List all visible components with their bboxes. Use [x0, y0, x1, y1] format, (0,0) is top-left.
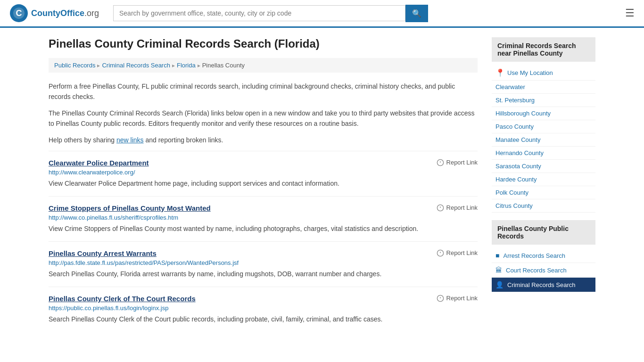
sidebar-public-records-title: Pinellas County Public Records: [492, 220, 595, 245]
result-title[interactable]: Pinellas County Arrest Warrants: [49, 249, 157, 257]
result-item: Crime Stoppers of Pinellas County Most W…: [49, 196, 478, 241]
report-link[interactable]: Report Link: [437, 249, 478, 257]
breadcrumb-criminal-records[interactable]: Criminal Records Search: [102, 62, 170, 69]
logo-area: C CountyOffice.org: [9, 4, 104, 23]
criminal-records-icon: 👤: [495, 281, 504, 288]
result-title[interactable]: Crime Stoppers of Pinellas County Most W…: [49, 204, 211, 212]
breadcrumb-public-records[interactable]: Public Records: [54, 62, 95, 69]
menu-icon[interactable]: ☰: [625, 7, 635, 19]
result-desc: Search Pinellas County Clerk of the Cour…: [49, 314, 478, 324]
breadcrumb: Public Records ▸ Criminal Records Search…: [49, 58, 478, 73]
flag-icon: [437, 249, 444, 257]
result-url[interactable]: http://www.co.pinellas.fl.us/sheriff/csp…: [49, 214, 478, 221]
report-link[interactable]: Report Link: [437, 204, 478, 212]
result-url[interactable]: http://pas.fdle.state.fl.us/pas/restrict…: [49, 259, 478, 266]
results-list: Clearwater Police Department Report Link…: [49, 151, 478, 332]
logo-text[interactable]: CountyOffice.org: [31, 8, 99, 18]
result-title[interactable]: Clearwater Police Department: [49, 159, 149, 167]
result-item: Pinellas County Arrest Warrants Report L…: [49, 241, 478, 287]
sidebar-item-manatee[interactable]: Manatee County: [492, 133, 595, 147]
result-item: Pinellas County Clerk of The Court Recor…: [49, 287, 478, 332]
main-content: Pinellas County Criminal Records Search …: [49, 37, 478, 332]
result-url[interactable]: http://www.clearwaterpolice.org/: [49, 169, 478, 176]
breadcrumb-pinellas: Pinellas County: [202, 62, 245, 69]
report-link[interactable]: Report Link: [437, 159, 478, 166]
sidebar-nearby-title: Criminal Records Search near Pinellas Co…: [492, 37, 595, 62]
result-desc: View Clearwater Police Department home p…: [49, 179, 478, 189]
flag-icon: [437, 159, 444, 166]
flag-icon: [437, 295, 444, 302]
logo-icon[interactable]: C: [9, 4, 28, 23]
sidebar-item-sarasota[interactable]: Sarasota County: [492, 160, 595, 173]
sidebar-item-citrus[interactable]: Citrus County: [492, 199, 595, 213]
report-link[interactable]: Report Link: [437, 295, 478, 302]
result-desc: Search Pinellas County, Florida arrest w…: [49, 269, 478, 279]
sidebar-item-pasco[interactable]: Pasco County: [492, 120, 595, 133]
arrest-records-icon: ■: [495, 252, 499, 259]
search-area: 🔍: [113, 5, 611, 22]
result-url[interactable]: https://public.co.pinellas.fl.us/login/l…: [49, 304, 478, 312]
page-title: Pinellas County Criminal Records Search …: [49, 37, 478, 50]
header: C CountyOffice.org 🔍 ☰: [0, 0, 644, 28]
result-item: Clearwater Police Department Report Link…: [49, 151, 478, 196]
intro-para-1: Perform a free Pinellas County, FL publi…: [49, 81, 478, 102]
result-desc: View Crime Stoppers of Pinellas County m…: [49, 224, 478, 234]
sidebar-criminal-records[interactable]: 👤 Criminal Records Search: [492, 278, 595, 292]
search-input[interactable]: [113, 5, 405, 21]
breadcrumb-florida[interactable]: Florida: [177, 62, 196, 69]
court-records-icon: 🏛: [495, 266, 502, 274]
sidebar-arrest-records[interactable]: ■ Arrest Records Search: [492, 248, 595, 263]
content-wrapper: Pinellas County Criminal Records Search …: [39, 28, 605, 341]
sidebar-item-polk[interactable]: Polk County: [492, 186, 595, 199]
sidebar-court-records[interactable]: 🏛 Court Records Search: [492, 263, 595, 278]
intro-para-3: Help others by sharing new links and rep…: [49, 135, 478, 145]
sidebar-item-hillsborough[interactable]: Hillsborough County: [492, 107, 595, 120]
sidebar-item-clearwater[interactable]: Clearwater: [492, 81, 595, 94]
svg-text:C: C: [16, 8, 22, 18]
new-links-link[interactable]: new links: [116, 136, 144, 144]
flag-icon: [437, 204, 444, 212]
use-my-location[interactable]: 📍 Use My Location: [492, 66, 595, 81]
sidebar-item-hardee[interactable]: Hardee County: [492, 173, 595, 186]
sidebar: Criminal Records Search near Pinellas Co…: [492, 37, 595, 332]
search-button[interactable]: 🔍: [405, 5, 428, 22]
sidebar-item-hernando[interactable]: Hernando County: [492, 147, 595, 160]
intro-para-2: The Pinellas County Criminal Records Sea…: [49, 108, 478, 129]
sidebar-item-st-petersburg[interactable]: St. Petersburg: [492, 94, 595, 107]
location-pin-icon: 📍: [495, 68, 505, 77]
result-title[interactable]: Pinellas County Clerk of The Court Recor…: [49, 295, 196, 303]
